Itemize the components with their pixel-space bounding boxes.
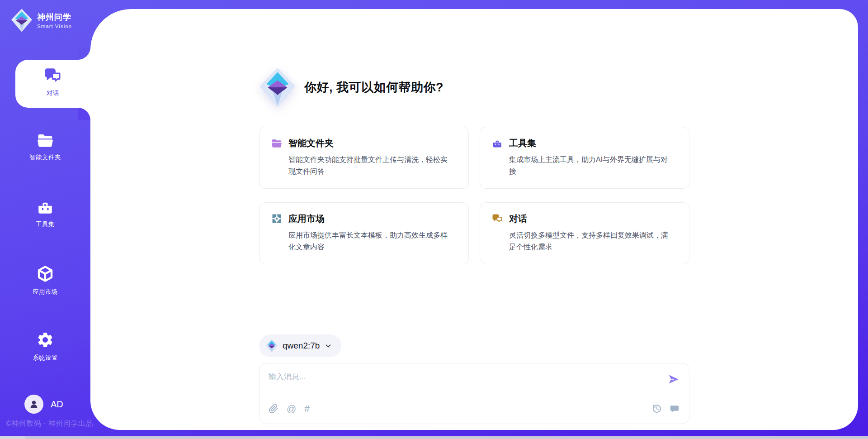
- sidebar-item-toolbox[interactable]: 工具集: [0, 199, 90, 229]
- sidebar-item-label: 系统设置: [0, 354, 90, 362]
- sidebar-item-smart-folder[interactable]: 智能文件夹: [0, 133, 90, 162]
- user-account[interactable]: AD: [24, 395, 63, 414]
- history-icon: [652, 404, 662, 414]
- card-description: 灵活切换多模型文件，支持多样回复效果调试，满足个性化需求: [509, 229, 668, 253]
- card-title: 智能文件夹: [288, 137, 334, 149]
- attach-file-button[interactable]: [269, 404, 278, 414]
- sidebar: 神州问学 Smart Vision 对话 智能文件夹 工具集: [0, 0, 90, 439]
- message-input[interactable]: [269, 370, 667, 396]
- folder-icon: [271, 138, 282, 149]
- copyright-footer: ©神州数码 · 神州问学出品: [6, 419, 93, 429]
- person-icon: [28, 399, 39, 410]
- model-name: qwen2:7b: [283, 341, 320, 351]
- window-bottom-edge: [0, 436, 868, 439]
- message-composer: @ #: [259, 363, 689, 424]
- main-panel: 你好, 我可以如何帮助你? 智能文件夹 智能文件夹功能支持批量文件上传与清洗，轻…: [90, 9, 858, 430]
- paperclip-icon: [269, 404, 278, 414]
- sidebar-item-label: 智能文件夹: [0, 153, 90, 162]
- send-button[interactable]: [667, 373, 680, 385]
- chat-icon: [44, 67, 62, 84]
- sidebar-item-label: 对话: [15, 89, 90, 97]
- card-description: 集成市场上主流工具，助力AI与外界无缝扩展与对接: [509, 154, 668, 177]
- sidebar-item-label: 应用市场: [0, 288, 90, 296]
- card-title: 应用市场: [288, 213, 325, 225]
- hero-diamond-icon: [259, 67, 296, 108]
- conversation-button[interactable]: [669, 404, 680, 414]
- card-description: 应用市场提供丰富长文本模板，助力高效生成多样化文章内容: [288, 229, 448, 253]
- grid-icon: [271, 213, 282, 224]
- card-smart-folder[interactable]: 智能文件夹 智能文件夹功能支持批量文件上传与清洗，轻松实现文件问答: [259, 127, 469, 189]
- cube-icon: [36, 265, 54, 283]
- sidebar-item-settings[interactable]: 系统设置: [0, 331, 90, 362]
- history-button[interactable]: [652, 404, 662, 414]
- chat-icon: [492, 213, 503, 224]
- toolbox-icon: [36, 199, 54, 215]
- card-title: 对话: [509, 213, 527, 225]
- card-title: 工具集: [509, 137, 536, 149]
- app-title: 神州问学: [37, 12, 72, 23]
- toolbox-icon: [492, 138, 503, 149]
- greeting-title: 你好, 我可以如何帮助你?: [304, 79, 443, 95]
- card-description: 智能文件夹功能支持批量文件上传与清洗，轻松实现文件问答: [288, 154, 448, 177]
- tab-curve-top: [78, 47, 90, 60]
- tab-curve-bottom: [78, 108, 90, 120]
- model-diamond-icon: [265, 339, 278, 353]
- brand-diamond-icon: [11, 8, 33, 33]
- sidebar-item-app-market[interactable]: 应用市场: [0, 265, 90, 296]
- model-selector[interactable]: qwen2:7b: [259, 334, 341, 357]
- app-logo: 神州问学 Smart Vision: [11, 8, 72, 33]
- user-initials: AD: [51, 399, 63, 410]
- mention-button[interactable]: @: [287, 404, 296, 413]
- avatar: [24, 395, 43, 414]
- send-icon: [667, 373, 680, 385]
- card-chat[interactable]: 对话 灵活切换多模型文件，支持多样回复效果调试，满足个性化需求: [480, 202, 689, 264]
- greeting-header: 你好, 我可以如何帮助你?: [259, 67, 689, 108]
- sidebar-item-chat[interactable]: 对话: [15, 60, 90, 108]
- card-toolbox[interactable]: 工具集 集成市场上主流工具，助力AI与外界无缝扩展与对接: [480, 127, 689, 189]
- card-app-market[interactable]: 应用市场 应用市场提供丰富长文本模板，助力高效生成多样化文章内容: [259, 202, 469, 264]
- hashtag-button[interactable]: #: [304, 404, 310, 413]
- chevron-down-icon: [324, 342, 332, 350]
- sidebar-item-label: 工具集: [0, 220, 90, 229]
- chat-bubble-icon: [669, 404, 680, 414]
- folder-icon: [37, 133, 54, 148]
- feature-cards: 智能文件夹 智能文件夹功能支持批量文件上传与清洗，轻松实现文件问答 工具集 集成…: [259, 127, 689, 264]
- app-subtitle: Smart Vision: [37, 24, 72, 29]
- gear-icon: [36, 331, 54, 349]
